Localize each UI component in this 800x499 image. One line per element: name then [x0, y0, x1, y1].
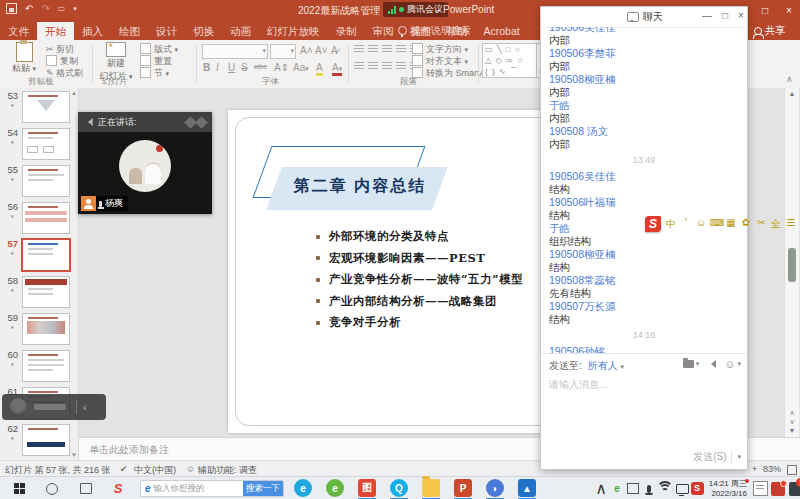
spellcheck-icon[interactable]: ✔: [120, 464, 128, 474]
character-spacing-icon[interactable]: A⇕: [274, 62, 289, 73]
layout-button[interactable]: 版式 ▾: [140, 43, 178, 55]
ime-tool-icon[interactable]: ☺: [695, 217, 707, 231]
tray-browser-icon[interactable]: e: [610, 477, 624, 499]
ribbon-tab[interactable]: 绘图: [111, 22, 148, 41]
bold-button[interactable]: B: [203, 62, 210, 73]
taskbar-app-edge-browser[interactable]: e: [294, 479, 312, 497]
slide-thumbnail[interactable]: [22, 424, 70, 456]
clear-formatting-icon[interactable]: A̷: [331, 45, 338, 56]
thumbnails-scroll-down-icon[interactable]: ▼: [71, 452, 77, 458]
taskbar-app-image-viewer[interactable]: 图: [358, 479, 376, 497]
start-button[interactable]: [8, 477, 32, 499]
redo-icon[interactable]: ↷: [41, 3, 49, 14]
ribbon-tab[interactable]: 幻灯片放映: [259, 22, 328, 41]
shapes-gallery[interactable]: ▭ ╲ □ ○△ ◇ ⇨ ☆{ } ∿ ⌒: [482, 43, 540, 78]
ribbon-tab[interactable]: 录制: [328, 22, 365, 41]
ribbon-tab[interactable]: 开始: [37, 22, 74, 41]
taskbar-app-photos[interactable]: ▲: [518, 479, 536, 497]
ribbon-tab[interactable]: 设计: [148, 22, 185, 41]
ribbon-tab[interactable]: 切换: [185, 22, 222, 41]
tray-wifi-icon[interactable]: [656, 477, 674, 499]
ribbon-tab[interactable]: 动画: [222, 22, 259, 41]
chat-maximize-button[interactable]: □: [717, 10, 733, 21]
ribbon-tab[interactable]: 文件: [0, 22, 37, 41]
save-icon[interactable]: [6, 3, 17, 14]
align-text-button[interactable]: 对齐文本 ▾: [412, 55, 468, 67]
share-button[interactable]: 共享: [754, 21, 785, 40]
close-button[interactable]: ×: [778, 0, 800, 21]
highlight-color-icon[interactable]: A: [316, 62, 323, 76]
slide-thumbnail[interactable]: [22, 91, 70, 123]
cut-button[interactable]: ✂ 剪切: [46, 43, 74, 55]
qat-customize-caret-icon[interactable]: ▾: [73, 5, 77, 13]
grow-font-icon[interactable]: A˄: [300, 45, 313, 56]
ime-tool-icon[interactable]: ⌨: [710, 217, 722, 231]
chat-close-button[interactable]: ×: [733, 10, 749, 21]
toast-collapse-icon[interactable]: ‹: [83, 401, 87, 413]
search-input[interactable]: 输入你想搜的: [154, 483, 243, 495]
hidden-icons-chevron[interactable]: ∧: [594, 477, 608, 499]
chat-file-button[interactable]: ▾: [683, 360, 700, 368]
taskbar-app-file-explorer[interactable]: [422, 479, 440, 497]
undo-icon[interactable]: ↶: [25, 3, 33, 14]
font-size-combobox[interactable]: ▾: [270, 44, 296, 59]
taskbar-app-360-browser[interactable]: e: [326, 479, 344, 497]
collapse-ribbon-icon[interactable]: ∧: [786, 74, 793, 84]
underline-button[interactable]: U: [228, 62, 235, 73]
zoom-level[interactable]: 83%: [763, 464, 781, 474]
slide-thumbnail[interactable]: [22, 165, 70, 197]
meeting-toast[interactable]: ‹: [2, 394, 106, 420]
task-view-button[interactable]: [76, 477, 96, 499]
taskbar-app-qq[interactable]: Q: [390, 479, 408, 497]
vertical-scrollbar[interactable]: ▲ ∧∨▼: [784, 88, 799, 437]
chat-sound-icon[interactable]: [707, 360, 716, 368]
tray-mic-icon[interactable]: [642, 477, 656, 499]
change-case-icon[interactable]: Aa▾: [293, 62, 309, 73]
section-button[interactable]: 节 ▾: [140, 67, 169, 79]
maximize-button[interactable]: □: [754, 0, 776, 21]
ime-tool-icon[interactable]: ✂: [755, 217, 767, 231]
tray-app-badge-icon[interactable]: [770, 477, 786, 499]
scroll-up-icon[interactable]: ▲: [785, 90, 799, 97]
ime-toolbar[interactable]: S 中'☺⌨▦✿✂全☰: [645, 216, 797, 232]
cortana-button[interactable]: [42, 477, 62, 499]
thumbnails-scroll-up-icon[interactable]: ▲: [71, 90, 77, 96]
scrollbar-thumb[interactable]: [788, 248, 796, 282]
chat-message-list[interactable]: 190506吴佳佳内部190506李楚菲内部190508柳亚楠内部于皓内部190…: [541, 27, 747, 353]
chat-titlebar[interactable]: 聊天 — □ ×: [541, 7, 747, 28]
ribbon-tab[interactable]: Acrobat: [476, 22, 528, 41]
meeting-video-window[interactable]: 正在讲话: 杨爽: [78, 112, 212, 214]
chat-minimize-button[interactable]: —: [699, 10, 715, 21]
taskbar-app-powerpoint[interactable]: P: [454, 479, 472, 497]
slide-thumbnail[interactable]: [22, 350, 70, 382]
chat-input[interactable]: 请输入消息...: [549, 378, 607, 392]
italic-button[interactable]: I: [216, 62, 219, 73]
slide-nav-buttons[interactable]: ∧∨▼: [785, 408, 799, 435]
sogou-taskbar-button[interactable]: S: [108, 477, 128, 499]
ime-tool-icon[interactable]: 全: [770, 217, 782, 231]
strikethrough-button[interactable]: S: [241, 62, 248, 73]
sogou-logo-icon[interactable]: S: [645, 216, 661, 232]
reset-button[interactable]: 重置: [140, 55, 172, 67]
ribbon-tab[interactable]: 审阅: [365, 22, 402, 41]
clock[interactable]: 14:21 周三 2022/3/16: [702, 479, 747, 498]
fit-to-window-icon[interactable]: [787, 465, 797, 475]
send-to-selector[interactable]: 所有人 ▾: [588, 359, 624, 373]
start-slideshow-icon[interactable]: ▭: [58, 4, 66, 13]
text-direction-button[interactable]: 文字方向 ▾: [412, 43, 468, 55]
send-button[interactable]: 发送(S) ▾: [693, 450, 741, 464]
taskbar-search-box[interactable]: e 输入你想搜的 搜索一下: [140, 480, 284, 497]
slide-thumbnail[interactable]: [22, 313, 70, 345]
ime-tool-icon[interactable]: ☰: [785, 217, 797, 231]
tray-notes-icon[interactable]: [752, 477, 768, 499]
ime-tool-icon[interactable]: ✿: [740, 217, 752, 231]
shadow-button[interactable]: abc: [254, 62, 267, 71]
tray-image-icon[interactable]: [626, 477, 640, 499]
slide-thumbnail[interactable]: [22, 202, 70, 234]
taskbar-app-media-player[interactable]: ◗: [486, 479, 504, 497]
paste-button[interactable]: 粘贴 ▾: [6, 42, 42, 75]
font-name-combobox[interactable]: ▾: [202, 44, 268, 59]
copy-button[interactable]: 复制: [46, 55, 78, 67]
send-options-caret-icon[interactable]: ▾: [737, 453, 741, 461]
tell-me-search[interactable]: 操作说明搜索: [398, 21, 471, 40]
